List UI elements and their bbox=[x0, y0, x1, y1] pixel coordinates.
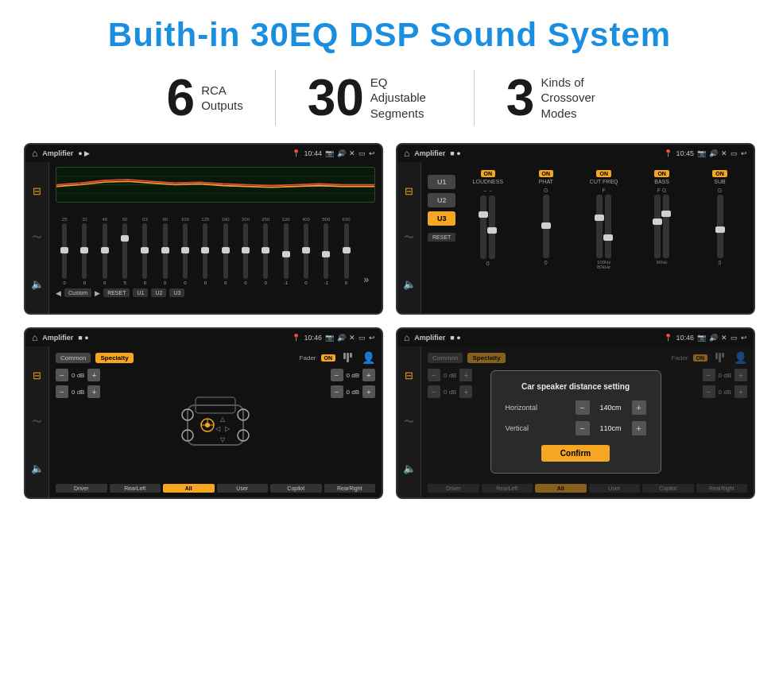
spk-controls: − 0 dB + − 0 dB + bbox=[56, 369, 375, 481]
rearright-btn[interactable]: RearRight bbox=[324, 484, 376, 493]
specialty-tab[interactable]: Specialty bbox=[95, 353, 133, 363]
vol1-minus[interactable]: − bbox=[56, 369, 68, 381]
eq-status-dot: ● ▶ bbox=[78, 149, 90, 157]
dialog-vertical-controls: − 110cm + bbox=[576, 421, 646, 435]
fader-chevron-right[interactable]: » bbox=[364, 274, 370, 285]
loudness-faders bbox=[480, 195, 495, 259]
eq-faders: 25 0 32 0 40 0 bbox=[56, 206, 375, 285]
spk-sidebar-sliders[interactable]: ⊟ bbox=[33, 369, 41, 381]
dlg-time: 10:46 bbox=[676, 334, 694, 342]
vertical-plus-btn[interactable]: + bbox=[632, 421, 646, 435]
common-tab[interactable]: Common bbox=[56, 353, 91, 363]
cross-sub: ON SUB G 0 bbox=[692, 170, 747, 305]
stat-eq-label: EQ AdjustableSegments bbox=[370, 75, 442, 122]
phat-on-btn[interactable]: ON bbox=[539, 170, 554, 177]
eq-screen-content: ⊟ 〜 🔈 bbox=[25, 162, 382, 313]
cross-u2-btn[interactable]: U2 bbox=[428, 193, 455, 207]
fader-320: 320 -1 bbox=[277, 217, 294, 285]
eq-sidebar: ⊟ 〜 🔈 bbox=[25, 162, 49, 313]
sub-label: SUB bbox=[714, 179, 725, 184]
eq-sidebar-wave[interactable]: 〜 bbox=[32, 230, 42, 245]
home-icon-dlg[interactable]: ⌂ bbox=[404, 332, 409, 343]
spk-sidebar: ⊟ 〜 🔈 bbox=[25, 346, 49, 497]
vol-row-4: − 0 dB + bbox=[331, 385, 375, 398]
back-icon-spk[interactable]: ↩ bbox=[369, 334, 375, 342]
cross-reset-btn[interactable]: RESET bbox=[428, 233, 455, 242]
camera-icon-cross: 📷 bbox=[697, 149, 706, 157]
horizontal-value: 140cm bbox=[593, 404, 629, 412]
home-icon-cross[interactable]: ⌂ bbox=[404, 148, 409, 159]
spk-sidebar-wave[interactable]: 〜 bbox=[32, 415, 42, 429]
fader-630: 630 0 bbox=[337, 217, 355, 285]
status-right-spk: 📍 10:46 📷 🔊 ✕ ▭ ↩ bbox=[292, 334, 375, 342]
vol3-minus[interactable]: − bbox=[331, 369, 343, 381]
eq-custom-btn[interactable]: Custom bbox=[64, 288, 91, 297]
dialog-horizontal-row: Horizontal − 140cm + bbox=[506, 400, 646, 415]
driver-btn[interactable]: Driver bbox=[56, 484, 107, 493]
vol2-plus[interactable]: + bbox=[87, 385, 100, 398]
screen-dialog: ⌂ Amplifier ■ ● 📍 10:46 📷 🔊 ✕ ▭ ↩ ⊟ 〜 bbox=[396, 327, 755, 499]
horizontal-minus-btn[interactable]: − bbox=[576, 400, 590, 415]
spk-time: 10:46 bbox=[304, 334, 322, 342]
bass-vals: 90Hz bbox=[657, 260, 668, 265]
cross-sidebar-speaker[interactable]: 🔈 bbox=[403, 278, 416, 290]
back-icon-cross[interactable]: ↩ bbox=[741, 149, 747, 157]
vol1-plus[interactable]: + bbox=[87, 369, 100, 381]
vol3-plus[interactable]: + bbox=[362, 369, 375, 381]
all-btn[interactable]: All bbox=[163, 484, 215, 493]
confirm-button[interactable]: Confirm bbox=[541, 445, 610, 462]
vol-row-2: − 0 dB + bbox=[56, 385, 100, 398]
cutfreq-vals: 100Hz80kHz bbox=[597, 260, 610, 269]
phat-faders bbox=[543, 195, 549, 258]
fader-500: 500 -1 bbox=[317, 217, 335, 285]
rearleft-btn[interactable]: RearLeft bbox=[110, 484, 161, 493]
eq-u3-btn[interactable]: U3 bbox=[169, 288, 184, 297]
cross-sidebar-wave[interactable]: 〜 bbox=[404, 230, 414, 245]
stat-crossover: 3 Kinds ofCrossover Modes bbox=[475, 72, 645, 123]
fader-bar-3 bbox=[350, 353, 352, 358]
eq-u2-btn[interactable]: U2 bbox=[151, 288, 166, 297]
status-left-eq: ⌂ Amplifier ● ▶ bbox=[32, 148, 90, 159]
vol2-minus[interactable]: − bbox=[56, 385, 68, 398]
vol4-minus[interactable]: − bbox=[331, 385, 343, 398]
status-bar-dlg: ⌂ Amplifier ■ ● 📍 10:46 📷 🔊 ✕ ▭ ↩ bbox=[397, 329, 754, 346]
horizontal-plus-btn[interactable]: + bbox=[632, 400, 646, 415]
vol4-plus[interactable]: + bbox=[362, 385, 375, 398]
eq-sidebar-sliders[interactable]: ⊟ bbox=[33, 185, 41, 197]
cross-status-dot: ■ ● bbox=[450, 149, 460, 157]
next-btn[interactable]: ▶ bbox=[95, 289, 100, 297]
vertical-minus-btn[interactable]: − bbox=[576, 421, 590, 435]
copilot-btn[interactable]: Copilot bbox=[270, 484, 322, 493]
eq-sidebar-speaker[interactable]: 🔈 bbox=[31, 278, 44, 290]
dlg-status-dot: ■ ● bbox=[450, 334, 460, 342]
eq-app-label: Amplifier bbox=[42, 149, 73, 157]
spk-sidebar-speaker[interactable]: 🔈 bbox=[31, 462, 44, 474]
eq-reset-btn[interactable]: RESET bbox=[103, 288, 130, 297]
user-btn[interactable]: User bbox=[217, 484, 269, 493]
close-icon-spk: ✕ bbox=[349, 334, 355, 342]
status-bar-eq: ⌂ Amplifier ● ▶ 📍 10:44 📷 🔊 ✕ ▭ ↩ bbox=[25, 145, 382, 162]
svg-text:▷: ▷ bbox=[225, 425, 231, 432]
bass-on-btn[interactable]: ON bbox=[654, 170, 669, 177]
home-icon-spk[interactable]: ⌂ bbox=[32, 332, 37, 343]
fader-on-btn[interactable]: ON bbox=[321, 354, 336, 362]
sub-on-btn[interactable]: ON bbox=[712, 170, 727, 177]
back-icon-eq[interactable]: ↩ bbox=[369, 149, 375, 157]
car-diagram-svg: ◁ ▷ △ ▽ bbox=[172, 381, 259, 469]
stat-eq: 30 EQ AdjustableSegments bbox=[276, 72, 474, 123]
cross-u1-btn[interactable]: U1 bbox=[428, 175, 455, 189]
cutfreq-label: CUT FREQ bbox=[590, 179, 618, 184]
vol2-val: 0 dB bbox=[72, 389, 84, 396]
loudness-on-btn[interactable]: ON bbox=[481, 170, 496, 177]
home-icon[interactable]: ⌂ bbox=[32, 148, 37, 159]
cross-u3-btn[interactable]: U3 bbox=[428, 211, 455, 226]
sub-vals: 0 bbox=[719, 260, 722, 265]
cutfreq-on-btn[interactable]: ON bbox=[596, 170, 611, 177]
dialog-vertical-label: Vertical bbox=[506, 424, 529, 432]
person-icon: 👤 bbox=[362, 351, 375, 364]
prev-btn[interactable]: ◀ bbox=[56, 289, 61, 297]
sub-faders bbox=[717, 195, 723, 258]
back-icon-dlg[interactable]: ↩ bbox=[741, 334, 747, 342]
eq-u1-btn[interactable]: U1 bbox=[133, 288, 148, 297]
cross-sidebar-sliders[interactable]: ⊟ bbox=[405, 185, 413, 197]
